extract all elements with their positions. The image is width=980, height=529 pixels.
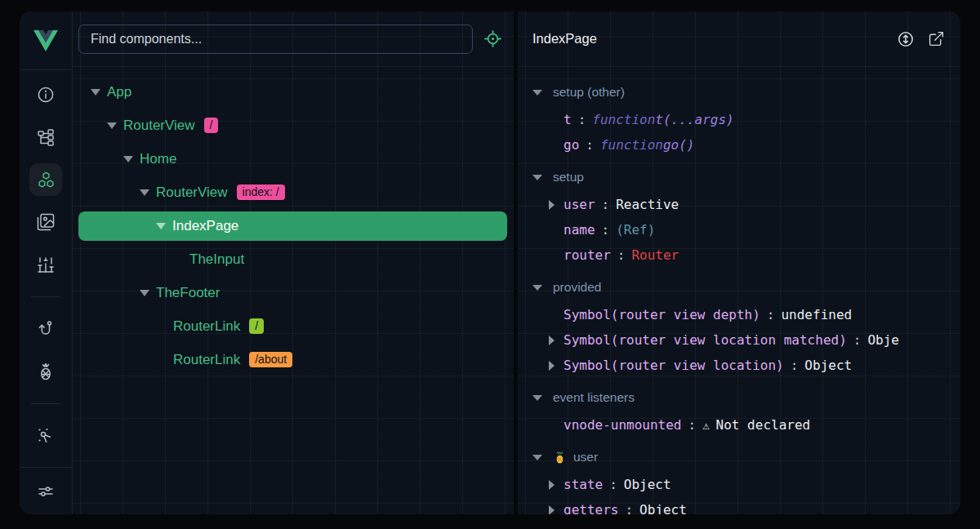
state-key: Symbol(router view depth) [564, 307, 760, 322]
section-collapse-icon [532, 285, 542, 291]
state-value: Router [631, 247, 679, 263]
section-header-user[interactable]: user [532, 442, 960, 472]
expand-value-icon[interactable] [549, 505, 555, 515]
sidebar-item-hierarchy[interactable] [20, 116, 72, 158]
key-value-separator: : [688, 417, 697, 433]
state-key: go [564, 137, 579, 153]
expand-value-icon[interactable] [549, 200, 555, 210]
state-key: state [564, 477, 603, 492]
key-value-separator: : [625, 502, 633, 514]
details-header: IndexPage [518, 11, 960, 67]
open-in-editor-button[interactable] [928, 30, 945, 47]
route-icon [36, 319, 56, 339]
state-row-vnode-unmounted: vnode-unmounted:⚠Not declared [532, 412, 960, 438]
expand-toggle-icon[interactable] [140, 290, 149, 296]
expand-value-icon[interactable] [549, 361, 555, 371]
tree-node-routerlink[interactable]: RouterLink/about [73, 343, 514, 376]
state-row-name: name: (Ref) [532, 217, 960, 242]
graph-nodes-icon [36, 426, 56, 446]
tree-node-label: TheInput [189, 251, 244, 268]
section-header-provided[interactable]: provided [532, 273, 960, 302]
tree-node-routerlink[interactable]: RouterLink/ [73, 309, 514, 343]
sidebar-item-timeline[interactable] [20, 243, 72, 286]
state-row-Symbol-router-view-depth-: Symbol(router view depth):undefined [532, 302, 960, 327]
sidebar-item-assets[interactable] [20, 201, 72, 243]
section-header-setup-other-[interactable]: setup (other) [532, 78, 960, 107]
expand-value-icon[interactable] [549, 480, 555, 490]
state-row-router: router:Router [532, 242, 960, 268]
state-row-state: state:Object [532, 472, 960, 497]
tree-node-theinput[interactable]: TheInput [73, 242, 514, 276]
section-collapse-icon [532, 90, 542, 96]
pineapple-icon [36, 362, 56, 381]
key-value-separator: : [617, 247, 626, 263]
pinia-store-icon [553, 451, 567, 465]
state-key: getters [564, 502, 618, 514]
state-value: Reactive [616, 197, 679, 212]
component-details-panel: IndexPage setup (other)t:function t(...a… [518, 11, 960, 514]
tree-node-routerview[interactable]: RouterView/ [73, 109, 514, 142]
expand-toggle-icon[interactable] [91, 89, 100, 96]
tree-node-label: RouterLink [173, 352, 240, 368]
key-value-separator: : [602, 197, 610, 212]
search-bar [73, 11, 514, 67]
key-value-separator: : [791, 358, 799, 373]
tree-node-home[interactable]: Home [73, 142, 514, 176]
section-label: user [573, 450, 598, 465]
tree-node-thefooter[interactable]: TheFooter [73, 276, 514, 309]
expand-toggle-icon[interactable] [123, 156, 133, 162]
section-header-event-listeners[interactable]: event listeners [532, 383, 960, 412]
component-tree: AppRouterView/HomeRouterViewindex: /Inde… [73, 67, 514, 514]
key-value-separator: : [586, 137, 594, 153]
search-input[interactable] [78, 24, 473, 54]
expand-toggle-icon[interactable] [107, 122, 117, 129]
tree-node-routerview[interactable]: RouterViewindex: / [73, 176, 514, 209]
state-value: Object [639, 502, 687, 514]
images-icon [36, 212, 56, 232]
scroll-to-component-button[interactable] [897, 30, 915, 48]
key-value-separator: : [767, 307, 775, 322]
state-value: undefined [781, 307, 852, 322]
tree-node-indexpage[interactable]: IndexPage [78, 211, 507, 241]
sidebar-item-graph[interactable] [20, 415, 72, 457]
state-row-t: t:function t(...args) [532, 107, 960, 132]
sidebar-item-settings[interactable] [20, 467, 72, 514]
inspect-component-button[interactable] [483, 29, 502, 48]
expand-toggle-icon[interactable] [140, 189, 149, 196]
section-collapse-icon [532, 175, 542, 180]
expand-value-icon[interactable] [549, 336, 555, 345]
tree-node-label: IndexPage [172, 218, 238, 234]
route-badge: /about [249, 352, 292, 367]
state-value: Obje [867, 332, 899, 348]
section-collapse-icon [532, 455, 542, 460]
sidebar-item-router[interactable] [20, 308, 72, 350]
state-key: t [564, 112, 572, 127]
sidebar-item-components[interactable] [20, 158, 72, 201]
components-icon [36, 170, 56, 190]
vue-logo-icon [33, 30, 58, 51]
state-key: user [564, 197, 595, 212]
section-collapse-icon [532, 395, 542, 401]
sidebar-item-pinia[interactable] [20, 350, 72, 393]
state-key: name [564, 222, 595, 238]
state-inspector: setup (other)t:function t(...args)go:fun… [518, 67, 960, 514]
tree-node-label: RouterView [123, 118, 195, 134]
external-link-icon [928, 30, 945, 47]
state-row-go: go:function go() [532, 132, 960, 158]
section-label: event listeners [553, 390, 635, 405]
expand-toggle-icon[interactable] [156, 223, 166, 229]
tree-node-label: Home [140, 151, 176, 167]
section-label: setup [553, 170, 584, 184]
sidebar-item-info[interactable] [20, 73, 72, 116]
warning-icon: ⚠ [702, 419, 709, 432]
section-label: provided [553, 280, 601, 295]
vue-logo [20, 11, 72, 70]
section-header-setup[interactable]: setup [532, 162, 960, 192]
devtools-window: AppRouterView/HomeRouterViewindex: /Inde… [20, 11, 960, 514]
key-value-separator: : [602, 222, 610, 238]
tree-node-app[interactable]: App [73, 75, 514, 109]
route-badge: / [204, 118, 219, 133]
state-row-user: user:Reactive [532, 192, 960, 217]
state-key: Symbol(router view location matched) [564, 332, 847, 348]
route-badge: index: / [237, 184, 285, 200]
